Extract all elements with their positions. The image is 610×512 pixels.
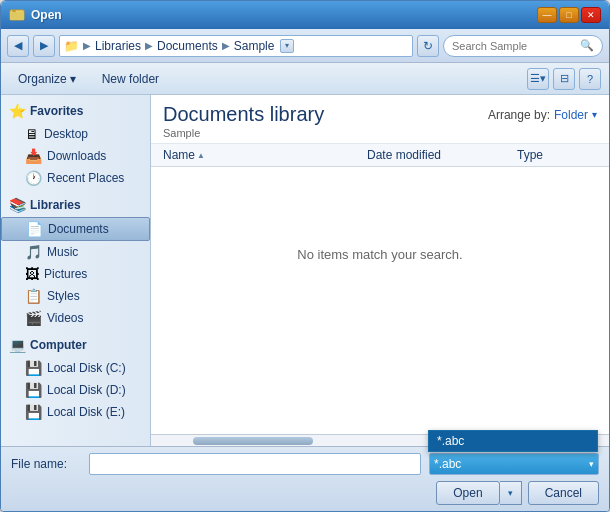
- empty-message: No items match your search.: [297, 247, 462, 262]
- sidebar-item-styles[interactable]: 📋 Styles: [1, 285, 150, 307]
- favorites-icon: ⭐: [9, 103, 26, 119]
- library-title: Documents library: [163, 103, 324, 126]
- open-dialog: Open — □ ✕ ◀ ▶ 📁 ▶ Libraries ▶ Documents…: [0, 0, 610, 512]
- title-buttons: — □ ✕: [537, 7, 601, 23]
- sidebar-item-documents[interactable]: 📄 Documents: [1, 217, 150, 241]
- main-area: ⭐ Favorites 🖥 Desktop 📥 Downloads 🕐 Rece…: [1, 95, 609, 446]
- search-input[interactable]: [452, 40, 576, 52]
- downloads-icon: 📥: [25, 148, 42, 164]
- content-list: No items match your search.: [151, 167, 609, 434]
- close-button[interactable]: ✕: [581, 7, 601, 23]
- sidebar-item-downloads[interactable]: 📥 Downloads: [1, 145, 150, 167]
- library-subtitle: Sample: [163, 127, 597, 139]
- sidebar-computer-header[interactable]: 💻 Computer: [1, 333, 150, 357]
- bottom-bar: File name: *.abc ▾ *.abc Open ▾: [1, 446, 609, 511]
- filetype-arrow-icon: ▾: [589, 459, 594, 469]
- column-type[interactable]: Type: [517, 148, 597, 162]
- sidebar-item-pictures-label: Pictures: [44, 267, 87, 281]
- view-menu-button[interactable]: ☰ ▾: [527, 68, 549, 90]
- view-layout-button[interactable]: ⊟: [553, 68, 575, 90]
- sidebar-item-videos-label: Videos: [47, 311, 83, 325]
- sidebar-item-videos[interactable]: 🎬 Videos: [1, 307, 150, 329]
- sidebar-item-documents-label: Documents: [48, 222, 109, 236]
- sidebar-item-recent-places[interactable]: 🕐 Recent Places: [1, 167, 150, 189]
- new-folder-label: New folder: [102, 72, 159, 86]
- disk-c-icon: 💾: [25, 360, 42, 376]
- search-icon: 🔍: [580, 39, 594, 52]
- sidebar-item-music[interactable]: 🎵 Music: [1, 241, 150, 263]
- sidebar-libraries-header[interactable]: 📚 Libraries: [1, 193, 150, 217]
- sidebar-item-local-disk-e[interactable]: 💾 Local Disk (E:): [1, 401, 150, 423]
- computer-icon: 💻: [9, 337, 26, 353]
- computer-label: Computer: [30, 338, 87, 352]
- open-button[interactable]: Open: [436, 481, 499, 505]
- content-header: Documents library Arrange by: Folder ▾ S…: [151, 95, 609, 144]
- sidebar-computer-section: 💻 Computer 💾 Local Disk (C:) 💾 Local Dis…: [1, 333, 150, 423]
- cancel-button[interactable]: Cancel: [528, 481, 599, 505]
- sidebar-item-recent-places-label: Recent Places: [47, 171, 124, 185]
- sidebar-item-desktop-label: Desktop: [44, 127, 88, 141]
- address-bar: ◀ ▶ 📁 ▶ Libraries ▶ Documents ▶ Sample ▾…: [1, 29, 609, 63]
- refresh-button[interactable]: ↻: [417, 35, 439, 57]
- new-folder-button[interactable]: New folder: [93, 67, 168, 91]
- sidebar-item-pictures[interactable]: 🖼 Pictures: [1, 263, 150, 285]
- music-icon: 🎵: [25, 244, 42, 260]
- organize-button[interactable]: Organize ▾: [9, 67, 85, 91]
- forward-button[interactable]: ▶: [33, 35, 55, 57]
- sidebar-item-downloads-label: Downloads: [47, 149, 106, 163]
- libraries-icon: 📚: [9, 197, 26, 213]
- favorites-label: Favorites: [30, 104, 83, 118]
- buttons-row: Open ▾ Cancel: [11, 481, 599, 505]
- title-bar: Open — □ ✕: [1, 1, 609, 29]
- maximize-button[interactable]: □: [559, 7, 579, 23]
- minimize-button[interactable]: —: [537, 7, 557, 23]
- sidebar-favorites-header[interactable]: ⭐ Favorites: [1, 99, 150, 123]
- sidebar-item-desktop[interactable]: 🖥 Desktop: [1, 123, 150, 145]
- sidebar-item-styles-label: Styles: [47, 289, 80, 303]
- sidebar-item-music-label: Music: [47, 245, 78, 259]
- arrange-dropdown-icon[interactable]: ▾: [592, 109, 597, 120]
- desktop-icon: 🖥: [25, 126, 39, 142]
- arrange-by-value[interactable]: Folder: [554, 108, 588, 122]
- sidebar-favorites-section: ⭐ Favorites 🖥 Desktop 📥 Downloads 🕐 Rece…: [1, 99, 150, 189]
- toolbar: Organize ▾ New folder ☰ ▾ ⊟ ?: [1, 63, 609, 95]
- column-headers: Name ▲ Date modified Type: [151, 144, 609, 167]
- sidebar: ⭐ Favorites 🖥 Desktop 📥 Downloads 🕐 Rece…: [1, 95, 151, 446]
- filename-row: File name: *.abc ▾ *.abc: [11, 453, 599, 475]
- videos-icon: 🎬: [25, 310, 42, 326]
- help-icon: ?: [587, 73, 593, 85]
- column-date-modified[interactable]: Date modified: [367, 148, 517, 162]
- svg-rect-1: [10, 12, 24, 20]
- filename-label: File name:: [11, 457, 81, 471]
- view-icon: ☰: [530, 72, 540, 85]
- documents-icon: 📄: [26, 221, 43, 237]
- open-btn-group: Open ▾: [436, 481, 521, 505]
- column-name[interactable]: Name ▲: [163, 148, 367, 162]
- filetype-value: *.abc: [434, 457, 589, 471]
- path-arrow-3: ▶: [222, 40, 230, 51]
- sort-icon: ▲: [197, 151, 205, 160]
- filename-input[interactable]: [89, 453, 421, 475]
- path-sample: Sample: [234, 39, 275, 53]
- filetype-dropdown[interactable]: *.abc ▾ *.abc: [429, 453, 599, 475]
- sidebar-item-disk-d-label: Local Disk (D:): [47, 383, 126, 397]
- recent-places-icon: 🕐: [25, 170, 42, 186]
- arrange-by-label: Arrange by:: [488, 108, 550, 122]
- scrollbar-thumb[interactable]: [193, 437, 313, 445]
- toolbar-right: ☰ ▾ ⊟ ?: [527, 68, 601, 90]
- arrange-by-control[interactable]: Arrange by: Folder ▾: [488, 108, 597, 122]
- sidebar-item-local-disk-d[interactable]: 💾 Local Disk (D:): [1, 379, 150, 401]
- open-dropdown-arrow[interactable]: ▾: [500, 481, 522, 505]
- svg-rect-2: [12, 10, 16, 12]
- organize-label: Organize: [18, 72, 67, 86]
- path-dropdown-button[interactable]: ▾: [280, 39, 294, 53]
- address-path[interactable]: 📁 ▶ Libraries ▶ Documents ▶ Sample ▾: [59, 35, 413, 57]
- view-arrow-icon: ▾: [540, 72, 546, 85]
- sidebar-item-disk-c-label: Local Disk (C:): [47, 361, 126, 375]
- filetype-option-abc[interactable]: *.abc: [429, 431, 597, 451]
- sidebar-item-local-disk-c[interactable]: 💾 Local Disk (C:): [1, 357, 150, 379]
- content-area: Documents library Arrange by: Folder ▾ S…: [151, 95, 609, 446]
- search-box[interactable]: 🔍: [443, 35, 603, 57]
- help-button[interactable]: ?: [579, 68, 601, 90]
- back-button[interactable]: ◀: [7, 35, 29, 57]
